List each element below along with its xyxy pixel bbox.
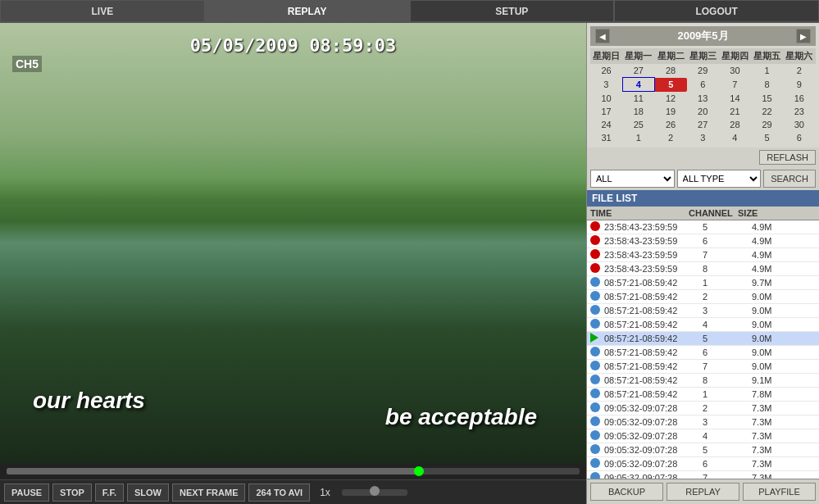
seekbar-track[interactable] bbox=[7, 468, 580, 474]
file-row[interactable]: 09:05:32-09:07:2837.3M bbox=[587, 415, 819, 429]
file-row[interactable]: 08:57:21-08:59:4219.7M bbox=[587, 276, 819, 290]
calendar-header: ◀ 2009年5月 ▶ bbox=[590, 26, 816, 46]
calendar-day-2-3[interactable]: 13 bbox=[687, 92, 719, 106]
calendar-next-button[interactable]: ▶ bbox=[796, 29, 811, 43]
file-list-scroll[interactable]: 23:58:43-23:59:5954.9M23:58:43-23:59:596… bbox=[587, 220, 819, 479]
file-row[interactable]: 08:57:21-08:59:4229.0M bbox=[587, 290, 819, 304]
file-row[interactable]: 23:58:43-23:59:5954.9M bbox=[587, 220, 819, 234]
file-row[interactable]: 09:05:32-09:07:2857.3M bbox=[587, 443, 819, 457]
calendar-day-4-6[interactable]: 30 bbox=[783, 118, 815, 131]
file-row[interactable]: 09:05:32-09:07:2867.3M bbox=[587, 457, 819, 471]
file-row[interactable]: 23:58:43-23:59:5964.9M bbox=[587, 234, 819, 248]
file-row[interactable]: 08:57:21-08:59:4259.0M bbox=[587, 332, 819, 346]
calendar-day-1-4[interactable]: 7 bbox=[719, 78, 751, 92]
file-row[interactable]: 08:57:21-08:59:4289.1M bbox=[587, 374, 819, 388]
reflash-button[interactable]: REFLASH bbox=[759, 150, 816, 165]
zoom-slider[interactable] bbox=[342, 489, 407, 496]
calendar-day-2-4[interactable]: 14 bbox=[719, 92, 751, 106]
file-row[interactable]: 08:57:21-08:59:4279.0M bbox=[587, 360, 819, 374]
calendar-day-5-1[interactable]: 1 bbox=[622, 131, 654, 144]
filter-select-2[interactable]: ALL TYPE bbox=[677, 170, 762, 188]
calendar-day-5-5[interactable]: 5 bbox=[751, 131, 783, 144]
calendar-day-0-6[interactable]: 2 bbox=[783, 64, 815, 78]
file-time: 08:57:21-08:59:42 bbox=[604, 389, 703, 399]
stop-button[interactable]: STOP bbox=[52, 484, 92, 502]
file-list-header: FILE LIST bbox=[587, 190, 819, 207]
file-row[interactable]: 09:05:32-09:07:2827.3M bbox=[587, 402, 819, 415]
calendar-day-4-5[interactable]: 29 bbox=[751, 118, 783, 131]
calendar-day-1-6[interactable]: 9 bbox=[783, 78, 815, 92]
calendar-day-5-0[interactable]: 31 bbox=[590, 131, 622, 144]
slow-button[interactable]: SLOW bbox=[127, 484, 169, 502]
nav-replay[interactable]: REPLAY bbox=[205, 0, 410, 22]
calendar-day-3-1[interactable]: 18 bbox=[622, 105, 654, 118]
calendar-day-2-5[interactable]: 15 bbox=[751, 92, 783, 106]
calendar-day-4-1[interactable]: 25 bbox=[622, 118, 654, 131]
zoom-thumb[interactable] bbox=[370, 486, 380, 496]
calendar-day-1-5[interactable]: 8 bbox=[751, 78, 783, 92]
calendar-day-0-1[interactable]: 27 bbox=[622, 64, 654, 78]
seekbar-area bbox=[0, 463, 586, 479]
calendar-day-3-2[interactable]: 19 bbox=[654, 105, 686, 118]
playfile-button[interactable]: PLAYFILE bbox=[743, 483, 816, 501]
calendar-prev-button[interactable]: ◀ bbox=[595, 29, 610, 43]
file-row[interactable]: 23:58:43-23:59:5984.9M bbox=[587, 262, 819, 276]
file-channel: 8 bbox=[703, 264, 752, 274]
file-row[interactable]: 08:57:21-08:59:4217.8M bbox=[587, 388, 819, 402]
calendar-day-3-3[interactable]: 20 bbox=[687, 105, 719, 118]
calendar-day-0-2[interactable]: 28 bbox=[654, 64, 686, 78]
replay-button[interactable]: REPLAY bbox=[667, 483, 739, 501]
nav-live[interactable]: LIVE bbox=[0, 0, 205, 22]
calendar-day-2-2[interactable]: 12 bbox=[654, 92, 686, 106]
file-list-columns: TIME CHANNEL SIZE bbox=[587, 207, 819, 220]
calendar-day-5-6[interactable]: 6 bbox=[783, 131, 815, 144]
calendar-day-2-1[interactable]: 11 bbox=[622, 92, 654, 106]
nav-logout[interactable]: LOGOUT bbox=[614, 0, 819, 22]
file-row[interactable]: 08:57:21-08:59:4249.0M bbox=[587, 318, 819, 332]
file-size: 7.8M bbox=[752, 389, 816, 399]
calendar-day-1-2[interactable]: 5 bbox=[654, 78, 686, 92]
ff-button[interactable]: F.F. bbox=[95, 484, 124, 502]
backup-button[interactable]: BACKUP bbox=[590, 483, 663, 501]
file-row[interactable]: 09:05:32-09:07:2847.3M bbox=[587, 429, 819, 443]
calendar-day-3-0[interactable]: 17 bbox=[590, 105, 622, 118]
file-channel: 2 bbox=[703, 292, 752, 302]
calendar-day-5-2[interactable]: 2 bbox=[654, 131, 686, 144]
file-row[interactable]: 23:58:43-23:59:5974.9M bbox=[587, 248, 819, 262]
calendar-day-3-6[interactable]: 23 bbox=[783, 105, 815, 118]
file-row[interactable]: 09:05:32-09:07:2877.3M bbox=[587, 471, 819, 479]
file-row[interactable]: 08:57:21-08:59:4239.0M bbox=[587, 304, 819, 318]
calendar-day-2-6[interactable]: 16 bbox=[783, 92, 815, 106]
seekbar-thumb[interactable] bbox=[414, 466, 424, 476]
pause-button[interactable]: PAUSE bbox=[4, 484, 49, 502]
calendar-day-1-1[interactable]: 4 bbox=[622, 78, 654, 92]
calendar-day-4-0[interactable]: 24 bbox=[590, 118, 622, 131]
calendar-day-1-0[interactable]: 3 bbox=[590, 78, 622, 92]
calendar-day-4-2[interactable]: 26 bbox=[654, 118, 686, 131]
calendar-day-4-3[interactable]: 27 bbox=[687, 118, 719, 131]
search-button[interactable]: SEARCH bbox=[763, 170, 816, 188]
calendar-day-1-3[interactable]: 6 bbox=[687, 78, 719, 92]
264-to-avi-button[interactable]: 264 TO AVI bbox=[248, 484, 310, 502]
next-frame-button[interactable]: NEXT FRAME bbox=[172, 484, 246, 502]
calendar-day-0-4[interactable]: 30 bbox=[719, 64, 751, 78]
calendar-day-0-0[interactable]: 26 bbox=[590, 64, 622, 78]
calendar-day-4-4[interactable]: 28 bbox=[719, 118, 751, 131]
calendar-day-3-4[interactable]: 21 bbox=[719, 105, 751, 118]
calendar-day-0-5[interactable]: 1 bbox=[751, 64, 783, 78]
file-size: 9.0M bbox=[752, 361, 816, 371]
file-size: 7.3M bbox=[752, 473, 816, 479]
calendar-day-3-5[interactable]: 22 bbox=[751, 105, 783, 118]
video-container: 05/05/2009 08:59:03 CH5 our hearts be ac… bbox=[0, 23, 586, 463]
calendar-day-2-0[interactable]: 10 bbox=[590, 92, 622, 106]
filter-select-1[interactable]: ALL bbox=[590, 170, 675, 188]
calendar-day-0-3[interactable]: 29 bbox=[687, 64, 719, 78]
file-size: 9.7M bbox=[752, 278, 816, 288]
main-content: 05/05/2009 08:59:03 CH5 our hearts be ac… bbox=[0, 23, 819, 504]
nav-setup[interactable]: SETUP bbox=[410, 0, 615, 22]
calendar-day-5-4[interactable]: 4 bbox=[719, 131, 751, 144]
file-size: 4.9M bbox=[752, 222, 816, 232]
file-row[interactable]: 08:57:21-08:59:4269.0M bbox=[587, 346, 819, 360]
file-channel: 3 bbox=[703, 417, 752, 427]
calendar-day-5-3[interactable]: 3 bbox=[687, 131, 719, 144]
